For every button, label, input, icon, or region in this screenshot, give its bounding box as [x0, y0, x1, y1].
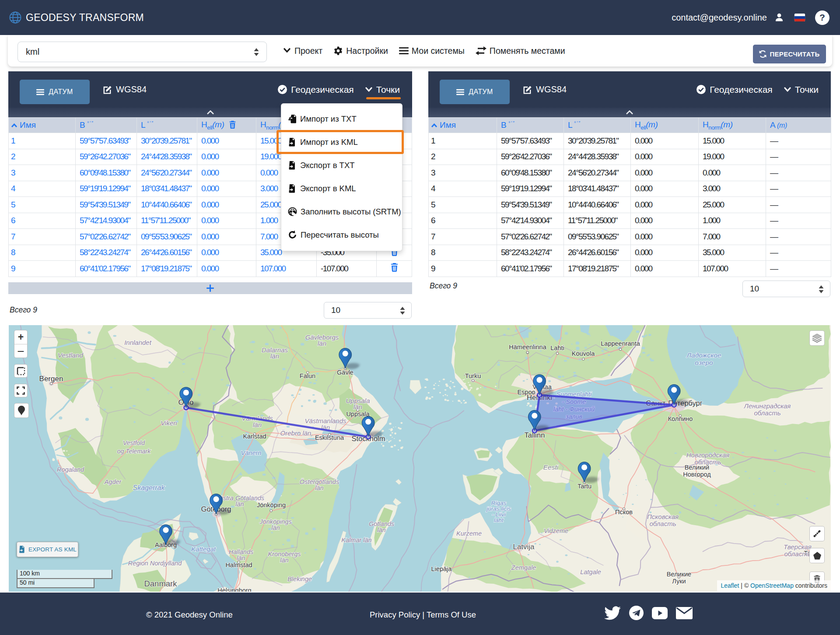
svg-text:Колпино: Колпино: [668, 415, 693, 422]
svg-text:og Telemark: og Telemark: [117, 448, 151, 455]
svg-text:Псковская: Псковская: [647, 513, 679, 520]
svg-text:Vidzeme: Vidzeme: [544, 527, 568, 534]
svg-text:Kurzeme: Kurzeme: [456, 530, 482, 537]
svg-text:Zemgale: Zemgale: [511, 564, 536, 571]
svg-text:Тверская: Тверская: [784, 543, 812, 551]
svg-text:область: область: [649, 520, 676, 527]
svg-text:län: län: [271, 524, 280, 531]
svg-text:län: län: [354, 403, 362, 410]
svg-text:Danmark: Danmark: [144, 579, 177, 588]
svg-text:Eesti: Eesti: [543, 463, 559, 471]
svg-text:län: län: [237, 554, 245, 561]
svg-text:Kalmar län: Kalmar län: [341, 537, 371, 544]
svg-text:Helsingborg: Helsingborg: [217, 587, 251, 592]
svg-text:Новгородская: Новгородская: [686, 451, 730, 459]
svg-text:län: län: [318, 340, 326, 347]
svg-text:Skagerrak: Skagerrak: [133, 484, 165, 491]
svg-text:Kouvola: Kouvola: [572, 350, 595, 357]
svg-text:Viken: Viken: [161, 419, 177, 427]
svg-text:Karlstad: Karlstad: [243, 433, 266, 440]
svg-text:Vestland: Vestland: [58, 351, 83, 359]
svg-text:Псков: Псков: [615, 509, 633, 516]
svg-text:Turku: Turku: [465, 372, 481, 379]
svg-text:Falun: Falun: [300, 372, 315, 379]
svg-text:Lappeenranta: Lappeenranta: [601, 340, 640, 347]
svg-text:Eskilstuna: Eskilstuna: [315, 434, 344, 441]
svg-text:Луки: Луки: [672, 578, 686, 585]
svg-text:Innlandet: Innlandet: [124, 339, 152, 346]
svg-text:Liepāja: Liepāja: [431, 565, 452, 572]
svg-text:область: область: [784, 550, 811, 558]
svg-text:laht: laht: [494, 517, 504, 523]
svg-text:Ленинградская: Ленинградская: [744, 402, 791, 410]
svg-text:Region Nordjylland: Region Nordjylland: [128, 560, 182, 567]
svg-text:Jönköping: Jönköping: [257, 502, 286, 509]
svg-text:Rogaland: Rogaland: [57, 466, 84, 473]
svg-text:Latvija: Latvija: [513, 543, 535, 551]
svg-text:область: область: [754, 409, 780, 417]
svg-text:län: län: [235, 501, 244, 508]
svg-text:län: län: [270, 352, 279, 360]
svg-text:län: län: [253, 421, 262, 428]
svg-text:Tartu: Tartu: [578, 483, 592, 490]
svg-text:Bergen: Bergen: [39, 375, 63, 383]
svg-text:Vestfold: Vestfold: [123, 439, 145, 446]
svg-text:Hämeenlinna: Hämeenlinna: [509, 344, 546, 351]
svg-text:Великие: Великие: [667, 571, 691, 578]
svg-text:Örebro län: Örebro län: [280, 429, 312, 437]
svg-text:Ладожское: Ладожское: [686, 351, 721, 359]
svg-text:область: область: [694, 458, 721, 466]
svg-text:Lahti: Lahti: [550, 344, 564, 351]
svg-text:Vänern: Vänern: [241, 449, 262, 456]
svg-text:Agder: Agder: [104, 478, 122, 485]
svg-text:län: län: [315, 484, 323, 491]
svg-text:Blekinge: Blekinge: [287, 575, 312, 582]
svg-text:озеро: озеро: [695, 359, 713, 366]
svg-text:län: län: [377, 526, 385, 533]
svg-text:Gävle: Gävle: [337, 369, 354, 376]
svg-text:Latgale: Latgale: [580, 568, 601, 575]
svg-text:Новгород: Новгород: [683, 471, 711, 478]
svg-text:Kattegat: Kattegat: [191, 545, 216, 553]
svg-text:Halmstad: Halmstad: [225, 561, 252, 568]
svg-text:län: län: [280, 557, 288, 564]
